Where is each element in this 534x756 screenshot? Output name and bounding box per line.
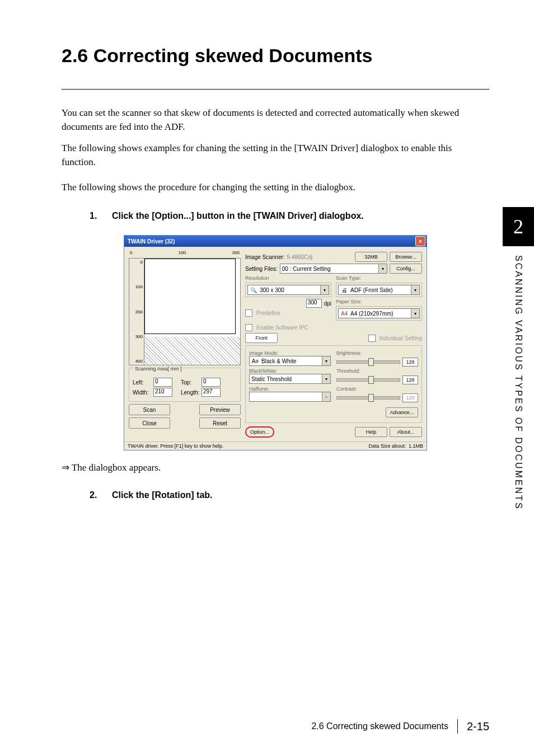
brightness-value[interactable]: 128	[402, 358, 418, 367]
setting-files-value: 00 : Current Setting	[282, 266, 331, 272]
chevron-down-icon: ▾	[322, 392, 330, 401]
page-footer: 2.6 Correcting skewed Documents 2-15	[311, 719, 489, 734]
brightness-slider[interactable]	[336, 360, 400, 364]
result-line: ⇒ The dialogbox appears.	[62, 462, 489, 473]
chevron-down-icon[interactable]: ▾	[411, 309, 419, 318]
footer-section: 2.6 Correcting skewed Documents	[311, 721, 448, 731]
step-1-number: 1.	[90, 211, 112, 221]
scan-type-value: ADF (Front Side)	[350, 287, 393, 293]
top-label: Top:	[181, 379, 200, 386]
scan-button[interactable]: Scan	[129, 404, 170, 415]
page-title: 2.6 Correcting skewed Documents	[62, 45, 489, 67]
length-label: Length:	[181, 389, 200, 396]
image-mode-label: Image Mode:	[249, 350, 331, 356]
option-button[interactable]: Option...	[245, 426, 274, 438]
ruler-tick: 400	[135, 359, 143, 364]
chevron-down-icon[interactable]: ▾	[378, 264, 387, 273]
length-input[interactable]: 297	[202, 388, 221, 397]
footer-page-number: 2-15	[467, 720, 489, 733]
step-2-number: 2.	[90, 490, 112, 500]
halftone-label: Halftone:	[249, 386, 331, 392]
paper-size-value: A4 (210x297mm)	[350, 311, 394, 317]
status-text: TWAIN driver. Press [F1] key to show hel…	[128, 443, 223, 449]
resolution-value: 300 x 300	[260, 287, 284, 293]
setting-files-combo[interactable]: 00 : Current Setting▾	[280, 264, 387, 274]
image-mode-value: Black & White	[261, 358, 296, 364]
paper-size-combo[interactable]: A4A4 (210x297mm)▾	[338, 308, 420, 318]
chevron-down-icon[interactable]: ▾	[322, 374, 330, 383]
dpi-suffix: dpi	[324, 300, 331, 307]
vertical-ruler: 0 100 200 300 400	[129, 259, 144, 365]
contrast-value: 128	[402, 393, 418, 402]
chevron-down-icon[interactable]: ▾	[320, 285, 329, 294]
contrast-label: Contrast:	[336, 386, 418, 392]
side-tab: 2 SCANNING VARIOUS TYPES OF DOCUMENTS	[503, 207, 534, 510]
black-white-label: Black/White:	[249, 368, 331, 374]
individual-setting-checkbox	[368, 335, 376, 342]
about-button[interactable]: About...	[390, 427, 422, 437]
ruler-tick: 100	[179, 250, 186, 258]
resolution-label: Resolution	[245, 275, 331, 281]
step-1-text: Click the [Option...] button in the [TWA…	[112, 211, 364, 221]
ruler-tick: 0	[130, 250, 132, 258]
scan-preview-area[interactable]: 0 100 200 300 400	[129, 258, 241, 365]
magnifier-icon: 🔍	[250, 286, 257, 294]
predefine-checkbox[interactable]	[245, 309, 252, 317]
horizontal-ruler: 0 100 200	[129, 250, 241, 258]
enable-ipc-label: Enable Software IPC	[256, 325, 308, 331]
scanning-area-group: Scanning Area[ mm ] Left: 0 Top: 0 Width…	[129, 368, 241, 402]
width-label: Width:	[133, 389, 152, 396]
left-input[interactable]: 0	[153, 378, 172, 387]
close-icon[interactable]: ×	[415, 236, 425, 246]
width-input[interactable]: 210	[153, 388, 172, 397]
advance-button[interactable]: Advance...	[386, 407, 418, 417]
scanner-icon: 🖨	[340, 286, 348, 294]
dpi-input[interactable]: 300	[306, 299, 322, 308]
setting-files-label: Setting Files:	[245, 266, 278, 272]
side-tab-text: SCANNING VARIOUS TYPES OF DOCUMENTS	[513, 246, 523, 510]
front-tab[interactable]: Front	[245, 333, 278, 343]
top-input[interactable]: 0	[202, 378, 221, 387]
preview-button[interactable]: Preview	[199, 404, 241, 415]
data-size-label: Data Size about:	[368, 443, 406, 449]
scanning-area-legend: Scanning Area[ mm ]	[134, 366, 183, 372]
step-2-text: Click the [Rotation] tab.	[112, 490, 213, 500]
image-mode-combo[interactable]: A≡Black & White▾	[249, 356, 331, 366]
threshold-value[interactable]: 128	[402, 375, 418, 384]
left-label: Left:	[133, 379, 152, 386]
step-2: 2. Click the [Rotation] tab.	[90, 490, 489, 500]
black-white-value: Static Threshold	[251, 376, 292, 382]
step-1: 1. Click the [Option...] button in the […	[90, 211, 489, 221]
body-paragraph-1: You can set the scanner so that skew of …	[62, 106, 487, 134]
twain-driver-dialog: TWAIN Driver (32) × 0 100 200 0 100 200	[124, 235, 427, 450]
chevron-down-icon[interactable]: ▾	[322, 356, 330, 365]
close-button[interactable]: Close	[129, 417, 170, 429]
scan-type-combo[interactable]: 🖨ADF (Front Side)▾	[338, 285, 420, 295]
threshold-label: Threshold:	[336, 368, 418, 374]
black-white-combo[interactable]: Static Threshold▾	[249, 374, 331, 384]
reset-button[interactable]: Reset	[199, 417, 241, 429]
ruler-tick: 200	[232, 250, 240, 258]
ruler-tick: 300	[135, 334, 143, 339]
dialog-title: TWAIN Driver (32)	[128, 238, 175, 245]
body-paragraph-2: The following shows examples for chaning…	[62, 142, 487, 169]
resolution-combo[interactable]: 🔍300 x 300▾	[247, 285, 329, 295]
help-button[interactable]: Help	[355, 427, 387, 437]
chapter-number-badge: 2	[503, 207, 534, 246]
halftone-combo: ▾	[249, 392, 331, 402]
memory-value: 32MB	[355, 252, 387, 262]
image-scanner-value: fi-4860Cdj	[287, 254, 353, 260]
ruler-tick: 200	[135, 309, 143, 314]
individual-setting-label: Individual Setting	[380, 335, 422, 341]
scan-type-label: Scan Type:	[336, 275, 422, 281]
horizontal-rule	[62, 89, 489, 90]
paper-size-label: Paper Size:	[336, 299, 422, 304]
threshold-slider[interactable]	[336, 378, 400, 382]
config-button[interactable]: Config...	[390, 264, 422, 274]
browse-button[interactable]: Browse...	[390, 252, 422, 262]
enable-ipc-checkbox	[245, 324, 252, 331]
text-icon: A≡	[251, 357, 259, 365]
ruler-tick: 100	[135, 284, 143, 289]
footer-separator	[457, 719, 458, 734]
chevron-down-icon[interactable]: ▾	[411, 285, 419, 294]
